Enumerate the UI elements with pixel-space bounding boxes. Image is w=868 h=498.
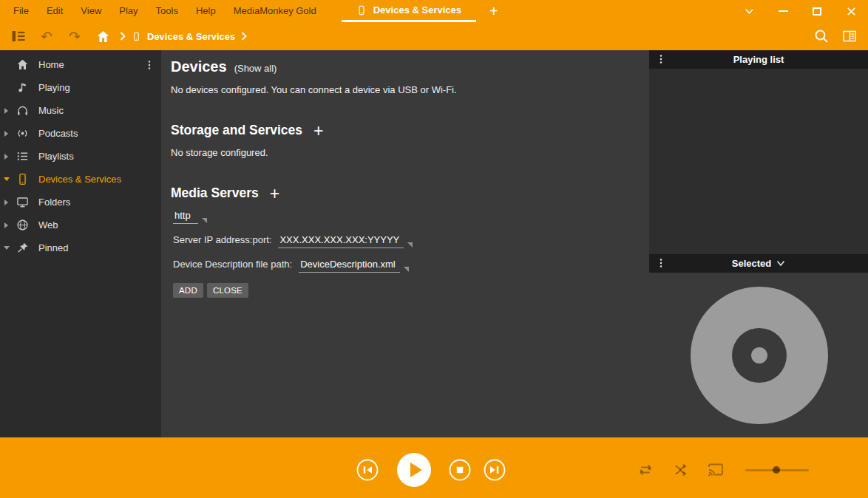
- layout-columns-button[interactable]: [835, 22, 864, 50]
- menu-file[interactable]: File: [4, 0, 38, 22]
- expand-arrow-icon: [4, 131, 8, 137]
- undo-icon: ↶: [41, 30, 52, 44]
- playing-list-menu-button[interactable]: [655, 52, 667, 69]
- cast-button[interactable]: [707, 461, 725, 479]
- protocol-select[interactable]: http: [173, 210, 198, 224]
- breadcrumb-label: Devices & Services: [147, 31, 235, 42]
- storage-empty-message: No storage configured.: [171, 147, 649, 158]
- sidebar-item-label: Home: [38, 59, 64, 70]
- window-controls: [732, 0, 868, 22]
- description-path-input[interactable]: DeviceDescription.xml: [299, 259, 400, 273]
- selected-menu-button[interactable]: [655, 256, 667, 273]
- minimize-button[interactable]: [766, 0, 800, 22]
- globe-icon: [13, 219, 33, 231]
- description-path-label: Device Description file path:: [173, 259, 292, 270]
- sidebar-item-podcasts[interactable]: Podcasts: [0, 122, 161, 145]
- server-ip-row: Server IP address:port: XXX.XXX.XXX.XXX:…: [173, 234, 649, 248]
- sidebar-item-playlists[interactable]: Playlists: [0, 145, 161, 168]
- storage-section-header: Storage and Services +: [171, 123, 649, 138]
- redo-icon: ↷: [69, 30, 81, 44]
- window-menu-button[interactable]: [732, 0, 766, 22]
- add-media-server-button[interactable]: +: [270, 188, 279, 199]
- menu-edit[interactable]: Edit: [38, 0, 72, 22]
- search-button[interactable]: [807, 22, 835, 50]
- shuffle-button[interactable]: [672, 461, 690, 479]
- sidebar-menu-button[interactable]: [143, 58, 155, 72]
- expand-arrow-icon: [4, 154, 8, 160]
- show-all-link[interactable]: (Show all): [234, 63, 277, 74]
- repeat-button[interactable]: [637, 461, 654, 479]
- collapse-arrow-icon: [4, 246, 10, 250]
- sidebar-item-pinned[interactable]: Pinned: [0, 236, 161, 259]
- volume-knob[interactable]: [773, 466, 780, 474]
- stop-button[interactable]: [449, 459, 471, 481]
- minimize-icon: [779, 10, 788, 12]
- expand-arrow-icon: [4, 199, 8, 205]
- next-track-button[interactable]: [484, 459, 506, 481]
- main-content: Devices (Show all) No devices configured…: [161, 50, 649, 437]
- menu-mediamonkey-gold[interactable]: MediaMonkey Gold: [225, 0, 325, 22]
- device-phone-icon: [132, 30, 141, 43]
- playing-list-header[interactable]: Playing list: [649, 50, 868, 69]
- titlebar: File Edit View Play Tools Help MediaMonk…: [0, 0, 868, 22]
- close-media-server-form-button[interactable]: CLOSE: [207, 283, 248, 298]
- playlist-icon: [13, 150, 33, 163]
- sidebar-item-folders[interactable]: Folders: [0, 191, 161, 214]
- chevron-right-icon: [120, 32, 126, 41]
- play-button[interactable]: [397, 453, 431, 487]
- selected-header[interactable]: Selected: [649, 254, 868, 273]
- close-icon: [846, 6, 857, 17]
- maximize-button[interactable]: [800, 0, 834, 22]
- media-servers-section-title: Media Servers: [171, 185, 259, 201]
- breadcrumb[interactable]: Devices & Services: [129, 30, 238, 43]
- monitor-icon: [13, 196, 33, 208]
- album-art-disc: [691, 287, 828, 424]
- new-tab-button[interactable]: +: [479, 0, 509, 22]
- devices-section-title: Devices: [171, 58, 227, 75]
- server-ip-label: Server IP address:port:: [173, 234, 271, 245]
- undo-button[interactable]: ↶: [33, 22, 61, 50]
- storage-section-title: Storage and Services: [171, 123, 302, 138]
- media-servers-section-header: Media Servers +: [171, 185, 649, 201]
- menu-view[interactable]: View: [72, 0, 110, 22]
- expand-arrow-icon: [4, 108, 8, 114]
- device-phone-icon: [13, 173, 33, 185]
- tab-devices-services[interactable]: Devices & Services: [342, 0, 476, 22]
- playing-list-title: Playing list: [733, 54, 784, 65]
- player-bar: [0, 437, 868, 498]
- redo-button[interactable]: ↷: [61, 22, 89, 50]
- tab-label: Devices & Services: [373, 4, 461, 16]
- home-icon: [96, 30, 110, 44]
- menubar: File Edit View Play Tools Help MediaMonk…: [0, 0, 325, 22]
- selected-title: Selected: [732, 258, 771, 269]
- sidebar-item-playing[interactable]: Playing: [0, 76, 161, 99]
- toolbar: ↶ ↷ Devices & Services: [0, 22, 868, 50]
- breadcrumb-home-button[interactable]: [89, 22, 117, 50]
- chevron-down-icon: [744, 6, 755, 17]
- devices-section-header: Devices (Show all): [171, 58, 649, 75]
- protocol-row: http: [173, 208, 649, 224]
- sidebar-item-music[interactable]: Music: [0, 99, 161, 122]
- sidebar-toggle-button[interactable]: [4, 22, 33, 50]
- previous-track-button[interactable]: [356, 459, 379, 481]
- chevron-right-icon[interactable]: [241, 32, 247, 41]
- close-button[interactable]: [834, 0, 868, 22]
- podcast-icon: [13, 127, 33, 140]
- maximize-icon: [813, 7, 821, 16]
- search-icon: [814, 29, 829, 44]
- menu-play[interactable]: Play: [110, 0, 146, 22]
- sidebar-item-home[interactable]: Home: [0, 53, 161, 76]
- sidebar-item-devices-services[interactable]: Devices & Services: [0, 168, 161, 191]
- right-panel: Playing list Selected: [649, 50, 868, 437]
- devices-empty-message: No devices configured. You can connect a…: [171, 84, 649, 95]
- playing-list-body[interactable]: [649, 69, 868, 254]
- server-ip-input[interactable]: XXX.XXX.XXX.XXX:YYYYY: [278, 234, 404, 248]
- chevron-down-icon[interactable]: [776, 260, 785, 267]
- menu-tools[interactable]: Tools: [147, 0, 187, 22]
- menu-help[interactable]: Help: [187, 0, 225, 22]
- sidebar-item-web[interactable]: Web: [0, 214, 161, 236]
- add-media-server-submit-button[interactable]: ADD: [173, 283, 203, 298]
- add-storage-button[interactable]: +: [313, 125, 323, 137]
- description-path-row: Device Description file path: DeviceDesc…: [173, 259, 649, 273]
- volume-slider[interactable]: [745, 466, 809, 474]
